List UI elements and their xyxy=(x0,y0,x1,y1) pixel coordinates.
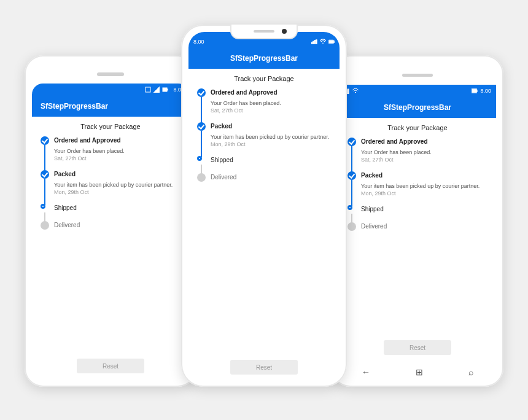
step-date: Mon, 29th Oct xyxy=(54,189,181,195)
screen-android: 8.00 SfStepProgressBar Track your Packag… xyxy=(32,84,189,378)
svg-rect-5 xyxy=(347,89,349,94)
step-desc: Your Order has been placed. xyxy=(54,147,181,155)
svg-rect-0 xyxy=(146,87,150,92)
step-date: Sat, 27th Oct xyxy=(211,107,331,114)
speaker-slot xyxy=(402,74,433,77)
wifi-icon xyxy=(320,39,326,45)
notch xyxy=(230,25,298,39)
step-date: Mon, 29th Oct xyxy=(361,190,487,196)
footer-windows: Reset xyxy=(347,336,487,356)
wifi-icon xyxy=(352,88,359,94)
check-icon xyxy=(41,170,49,179)
active-dot-icon xyxy=(197,156,202,161)
step-date: Mon, 29th Oct xyxy=(211,141,331,147)
svg-rect-15 xyxy=(334,41,335,43)
svg-rect-2 xyxy=(167,89,168,90)
battery-icon xyxy=(328,39,335,45)
step-delivered: Delivered xyxy=(197,173,331,182)
step-title: Packed xyxy=(54,170,181,179)
battery-icon xyxy=(162,87,168,93)
active-dot-icon xyxy=(41,204,45,209)
step-title: Delivered xyxy=(361,222,487,231)
step-ordered: Ordered and Approved Your Order has been… xyxy=(41,136,181,170)
reset-button[interactable]: Reset xyxy=(77,359,144,373)
step-packed: Packed Your item has been picked up by c… xyxy=(197,122,331,156)
appbar-android: SfStepProgressBar xyxy=(32,96,189,117)
signal-icon xyxy=(311,39,317,45)
screen-ios: 8.00 SfStepProgressBar Track your Packag… xyxy=(188,32,340,379)
step-packed: Packed Your item has been picked up by c… xyxy=(347,171,487,205)
statusbar-icons xyxy=(145,87,168,93)
app-title: SfStepProgressBar xyxy=(230,54,298,63)
step-ordered: Ordered and Approved Your Order has been… xyxy=(347,138,487,171)
check-icon xyxy=(41,136,49,145)
step-delivered: Delivered xyxy=(347,222,487,231)
step-shipped: Shipped xyxy=(347,205,487,222)
check-icon xyxy=(347,138,356,146)
screen-windows: 8.00 SfStepProgressBar Track your Packag… xyxy=(339,85,496,360)
search-button[interactable]: ⌕ xyxy=(468,367,473,377)
nfc-icon xyxy=(145,87,151,93)
step-title: Delivered xyxy=(211,173,331,182)
appbar-windows: SfStepProgressBar xyxy=(339,97,496,118)
pending-dot-icon xyxy=(41,221,49,230)
check-icon xyxy=(197,122,206,131)
home-button[interactable]: ⊞ xyxy=(416,367,423,377)
app-title: SfStepProgressBar xyxy=(384,103,451,112)
hardware-buttons: ← ⊞ ⌕ xyxy=(339,364,496,381)
step-title: Packed xyxy=(361,171,487,180)
step-title: Shipped xyxy=(54,204,181,212)
svg-rect-11 xyxy=(314,41,316,44)
step-desc: Your item has been picked up by courier … xyxy=(54,181,181,189)
check-icon xyxy=(197,88,206,97)
statusbar-time: 8.00 xyxy=(480,88,491,94)
step-desc: Your item has been picked up by courier … xyxy=(361,182,487,190)
statusbar-icons-right: 8.00 xyxy=(472,88,491,94)
content-android: Track your Package Ordered and Approved … xyxy=(32,117,189,378)
footer-ios: Reset xyxy=(197,356,331,376)
signal-icon xyxy=(153,87,160,93)
step-title: Ordered and Approved xyxy=(54,136,181,145)
check-icon xyxy=(347,171,356,180)
battery-icon xyxy=(472,88,478,94)
step-title: Packed xyxy=(211,122,331,131)
step-title: Ordered and Approved xyxy=(211,88,331,97)
appbar-ios: SfStepProgressBar xyxy=(188,48,340,69)
pending-dot-icon xyxy=(197,173,206,182)
footer-android: Reset xyxy=(41,355,181,375)
content-windows: Track your Package Ordered and Approved … xyxy=(339,118,496,360)
step-title: Ordered and Approved xyxy=(361,138,487,146)
svg-rect-7 xyxy=(472,90,476,93)
step-shipped: Shipped xyxy=(41,204,181,221)
step-shipped: Shipped xyxy=(197,156,331,173)
svg-rect-9 xyxy=(311,42,313,44)
svg-rect-8 xyxy=(477,90,478,91)
reset-button[interactable]: Reset xyxy=(230,360,298,375)
step-progress: Ordered and Approved Your Order has been… xyxy=(197,88,331,356)
device-android: 8.00 SfStepProgressBar Track your Packag… xyxy=(25,55,196,387)
step-packed: Packed Your item has been picked up by c… xyxy=(41,170,181,204)
step-desc: Your Order has been placed. xyxy=(361,149,487,156)
active-dot-icon xyxy=(347,205,352,210)
page-title: Track your Package xyxy=(41,123,181,130)
statusbar-icons xyxy=(311,39,335,45)
step-date: Sat, 27th Oct xyxy=(54,155,181,161)
step-title: Shipped xyxy=(211,156,331,165)
step-ordered: Ordered and Approved Your Order has been… xyxy=(197,88,331,122)
content-ios: Track your Package Ordered and Approved … xyxy=(188,69,340,379)
back-button[interactable]: ← xyxy=(362,367,370,377)
device-ios: 8.00 SfStepProgressBar Track your Packag… xyxy=(181,25,347,387)
speaker-slot xyxy=(97,72,124,76)
page-title: Track your Package xyxy=(197,75,331,82)
step-desc: Your Order has been placed. xyxy=(211,99,331,107)
statusbar-windows: 8.00 xyxy=(339,85,496,97)
step-progress: Ordered and Approved Your Order has been… xyxy=(347,138,487,336)
app-title: SfStepProgressBar xyxy=(41,102,108,111)
statusbar-android: 8.00 xyxy=(32,84,189,96)
svg-rect-10 xyxy=(313,41,314,44)
step-date: Sat, 27th Oct xyxy=(361,157,487,163)
step-progress: Ordered and Approved Your Order has been… xyxy=(41,136,181,355)
step-desc: Your item has been picked up by courier … xyxy=(211,133,331,141)
reset-button[interactable]: Reset xyxy=(384,340,451,355)
step-title: Shipped xyxy=(361,205,487,214)
